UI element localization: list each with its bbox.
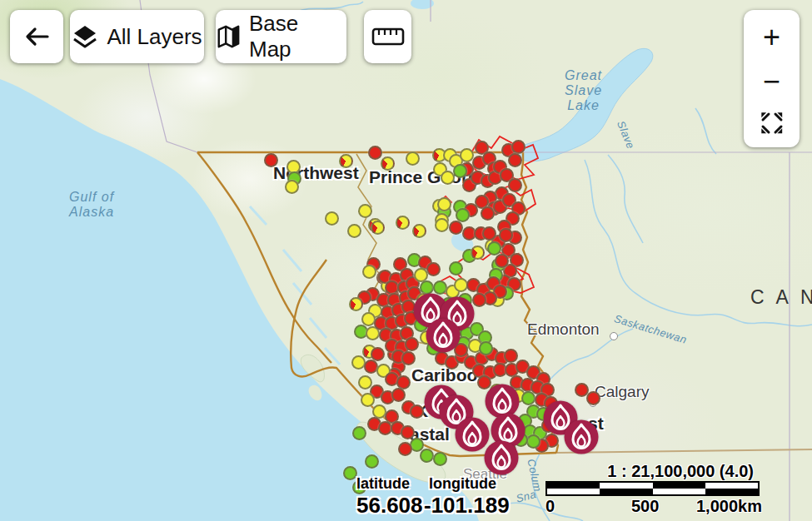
fire-incident-marker[interactable] [401,351,416,365]
fire-incident-marker[interactable] [371,221,385,235]
fire-incident-marker[interactable] [449,261,463,275]
fire-incident-marker[interactable] [396,216,410,230]
scale-bar [545,481,760,496]
fire-cluster-icon[interactable] [425,317,461,354]
fire-incident-marker[interactable] [508,153,522,167]
fire-incident-marker[interactable] [339,154,353,168]
latitude-value: 56.608 [356,493,423,519]
all-layers-label: All Layers [107,24,202,50]
fire-incident-marker[interactable] [391,388,406,402]
fullscreen-button[interactable] [744,111,800,136]
fire-incident-marker[interactable] [361,312,376,326]
fire-incident-marker[interactable] [454,278,468,292]
latitude-label: latitude [356,475,410,493]
measure-button[interactable] [364,10,411,63]
layers-icon [72,23,98,50]
fire-incident-marker[interactable] [285,180,299,194]
fire-incident-marker[interactable] [325,211,339,226]
fire-incident-marker[interactable] [410,404,424,419]
scale-tick-0: 0 [545,497,555,516]
fire-incident-marker[interactable] [405,337,419,351]
fire-incident-marker[interactable] [412,224,426,238]
zoom-control-panel: + − [744,10,800,147]
fire-incident-marker[interactable] [453,164,467,178]
fire-incident-marker[interactable] [385,280,399,295]
ruler-icon [371,26,405,47]
fire-cluster-icon[interactable] [483,439,520,476]
fire-incident-marker[interactable] [381,156,395,171]
fire-incident-marker[interactable] [487,241,501,256]
scale-ratio-text: 1 : 21,100,000 (4.0) [607,462,754,481]
fire-incident-marker[interactable] [508,178,522,192]
fire-incident-marker[interactable] [365,454,379,469]
fire-incident-marker[interactable] [406,151,420,166]
fire-incident-marker[interactable] [368,146,382,160]
fire-incident-marker[interactable] [482,226,496,241]
longitude-value: -101.189 [424,493,510,519]
fire-incident-marker[interactable] [343,466,357,480]
fire-incident-marker[interactable] [414,268,428,282]
fire-incident-marker[interactable] [401,425,415,439]
back-button[interactable] [10,10,63,63]
fire-incident-marker[interactable] [347,224,361,238]
fire-incident-marker[interactable] [437,197,451,211]
fire-incident-marker[interactable] [426,262,441,276]
fire-incident-marker[interactable] [481,206,495,221]
all-layers-button[interactable]: All Layers [70,10,204,63]
fire-incident-marker[interactable] [479,341,493,355]
longitude-label: longitude [429,475,496,493]
map-icon [216,24,241,49]
fire-incident-marker[interactable] [378,421,392,435]
fire-incident-marker[interactable] [371,347,385,361]
fire-incident-marker[interactable] [420,449,434,463]
fire-cluster-icon[interactable] [563,419,600,455]
fire-incident-marker[interactable] [398,442,412,456]
fire-incident-marker[interactable] [351,355,366,370]
fire-incident-marker[interactable] [460,148,474,162]
fullscreen-icon [760,111,785,136]
fire-incident-marker[interactable] [456,208,470,222]
fire-incident-marker[interactable] [471,246,485,260]
fire-incident-marker[interactable] [504,349,518,363]
arrow-left-icon [22,23,51,50]
base-map-label: Base Map [249,11,346,62]
fire-incident-marker[interactable] [586,391,600,405]
map-canvas[interactable]: Great Slave LakeSlaveGulf of AlaskaNorth… [0,0,812,521]
fire-incident-marker[interactable] [441,171,455,185]
fire-incident-marker[interactable] [396,375,411,390]
fire-incident-marker[interactable] [499,228,513,242]
scale-tick-1000: 1,000km [696,497,762,516]
fire-incident-marker[interactable] [521,391,536,405]
fire-incident-marker[interactable] [361,393,375,407]
fire-incident-marker[interactable] [264,153,278,167]
fire-incident-marker[interactable] [433,452,447,466]
fire-incident-marker[interactable] [511,140,526,154]
fire-incident-marker[interactable] [495,254,509,268]
fire-incident-marker[interactable] [362,265,376,279]
scale-tick-500: 500 [631,497,659,516]
fire-incident-marker[interactable] [435,218,449,232]
fire-incident-marker[interactable] [358,204,372,218]
fire-incident-marker[interactable] [372,404,386,419]
fire-incident-marker[interactable] [349,297,363,311]
base-map-button[interactable]: Base Map [216,10,346,63]
fire-incident-marker[interactable] [358,375,372,390]
fire-incident-marker[interactable] [449,221,463,235]
fire-incident-marker[interactable] [364,360,378,374]
fire-incident-marker[interactable] [352,426,366,440]
fire-incident-marker[interactable] [526,434,541,449]
zoom-in-button[interactable]: + [744,22,800,52]
zoom-out-button[interactable]: − [744,67,800,97]
